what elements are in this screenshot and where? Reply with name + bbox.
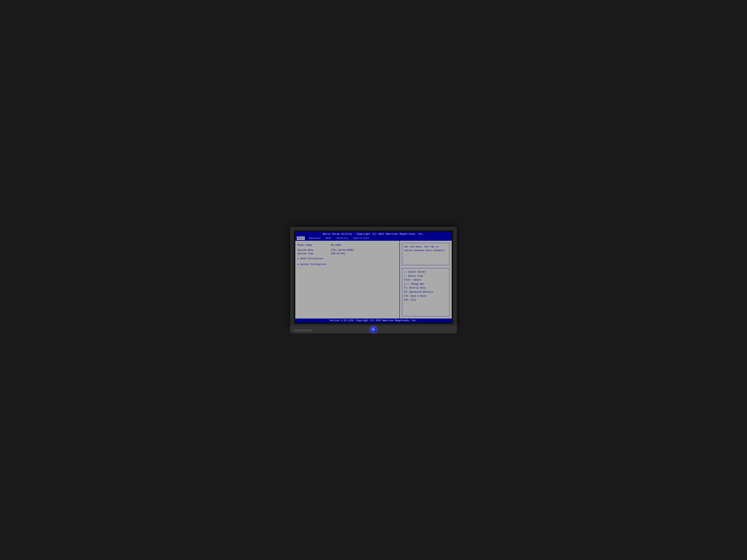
key-select-screen: ↔: Select Screen [404, 270, 447, 274]
screen-bezel: Aptio Setup Utility – Copyright (C) 2012… [294, 230, 453, 324]
key-f9: F9: Optimized Defaults [404, 290, 447, 294]
model-name-value: MS-16H5 [331, 244, 341, 246]
system-date-row: System Date System Time [Thu 10/01/2009]… [298, 249, 397, 255]
bios-keys-box: ↔: Select Screen ↕: Select Item Enter: S… [402, 268, 449, 316]
bios-footer-text: Version 2.15.1236. Copyright (C) 2012 Am… [330, 319, 417, 322]
laptop-base: YBERPOWERPC [290, 326, 457, 334]
model-name-row: Model Name MS-16H5 [298, 244, 397, 246]
nav-security[interactable]: Security [336, 237, 349, 240]
key-f1: F1: General Help [404, 286, 447, 290]
bios-keys-text: ↔: Select Screen ↕: Select Item Enter: S… [404, 270, 447, 302]
system-date-value[interactable]: [Thu 10/01/2009] [331, 249, 354, 251]
bios-help-box: Set the Date. Use Tab to switch between … [402, 243, 449, 265]
power-button[interactable] [370, 326, 377, 333]
key-select-item: ↕: Select Item [404, 274, 447, 278]
nav-advanced[interactable]: Advanced [308, 237, 321, 240]
model-name-label: Model Name [298, 244, 331, 246]
sata-arrow-icon: ▶ [298, 258, 299, 260]
system-information-item[interactable]: ▶ System Information [298, 263, 397, 266]
nav-save-exit[interactable]: Save & Exit [352, 237, 370, 240]
nav-main[interactable]: Main [297, 237, 305, 240]
nav-boot[interactable]: Boot [325, 237, 333, 240]
bios-right-panel: Set the Date. Use Tab to switch between … [400, 241, 452, 319]
bios-screen: Aptio Setup Utility – Copyright (C) 2012… [295, 232, 452, 323]
brand-label: YBERPOWERPC [294, 329, 312, 331]
bios-main-panel: Model Name MS-16H5 System Date System Ti… [295, 241, 400, 319]
bios-help-text: Set the Date. Use Tab to switch between … [404, 245, 447, 252]
system-date-label: System Date System Time [298, 249, 331, 255]
bios-content-area: Model Name MS-16H5 System Date System Ti… [295, 241, 452, 319]
bios-title: Aptio Setup Utility – Copyright (C) 2012… [323, 233, 424, 235]
key-enter: Enter: Select [404, 278, 447, 282]
bios-nav: Main Advanced Boot Security Save & Exit [295, 236, 452, 241]
key-f10: F10: Save & Reset [404, 294, 447, 298]
sata-information-label: SATA Information [300, 257, 323, 260]
laptop-body: Aptio Setup Utility – Copyright (C) 2012… [290, 227, 457, 326]
system-info-arrow-icon: ▶ [298, 263, 299, 266]
sata-information-item[interactable]: ▶ SATA Information [298, 257, 397, 260]
key-esc: ESC: Exit [404, 298, 447, 302]
system-information-label: System Information [300, 263, 326, 266]
system-time-value[interactable]: [00:23:06] [331, 252, 354, 255]
system-datetime-values: [Thu 10/01/2009] [00:23:06] [331, 249, 354, 255]
key-change-opt: +/-: Change Opt. [404, 282, 447, 286]
bios-header: Aptio Setup Utility – Copyright (C) 2012… [295, 232, 452, 236]
bios-footer: Version 2.15.1236. Copyright (C) 2012 Am… [295, 319, 452, 323]
